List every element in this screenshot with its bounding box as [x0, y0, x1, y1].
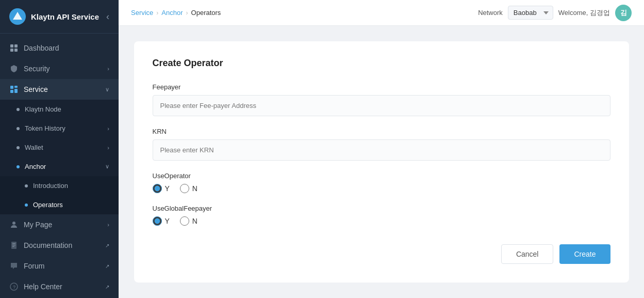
sidebar-item-service[interactable]: Service ∨: [0, 79, 119, 100]
sidebar-logo: Klaytn API Service ‹: [0, 0, 119, 34]
krn-input[interactable]: [153, 139, 610, 161]
grid-icon: [9, 43, 19, 53]
svg-rect-12: [12, 243, 15, 244]
welcome-text: Welcome, 김경업: [558, 8, 610, 18]
doc-icon: [9, 241, 19, 250]
svg-rect-3: [14, 44, 18, 48]
sidebar-item-anchor[interactable]: Anchor ∨: [0, 157, 119, 176]
wallet-dot-icon: [16, 146, 20, 149]
sidebar-collapse-button[interactable]: ‹: [106, 11, 109, 22]
use-global-feepayer-y-text: Y: [165, 217, 170, 225]
network-select[interactable]: Baobab Cypress: [508, 6, 553, 20]
my-page-chevron-icon: ›: [107, 222, 109, 228]
sidebar-item-documentation-label: Documentation: [24, 241, 72, 249]
sidebar-item-my-page[interactable]: My Page ›: [0, 214, 119, 235]
svg-rect-2: [10, 44, 13, 48]
sidebar-item-security-label: Security: [24, 65, 50, 73]
security-chevron-icon: ›: [107, 66, 109, 72]
shield-icon: [9, 64, 19, 73]
topbar-right: Network Baobab Cypress Welcome, 김경업 김: [478, 5, 632, 21]
breadcrumb-operators: Operators: [191, 9, 221, 17]
operators-dot-icon: [25, 203, 28, 207]
service-icon: [9, 85, 19, 94]
klaytn-logo-icon: [9, 8, 26, 25]
cancel-button[interactable]: Cancel: [501, 244, 554, 264]
use-global-feepayer-y-label[interactable]: Y: [153, 216, 170, 226]
main-area: Service › Anchor › Operators Network Bao…: [119, 0, 644, 298]
breadcrumb-service[interactable]: Service: [131, 9, 153, 17]
sidebar-item-introduction-label: Introduction: [33, 182, 68, 190]
breadcrumb-sep-2: ›: [186, 9, 188, 17]
sidebar-item-forum[interactable]: Forum ↗: [0, 256, 119, 276]
introduction-dot-icon: [25, 184, 28, 187]
use-operator-radio-group: Y N: [153, 184, 610, 193]
svg-rect-14: [12, 246, 14, 247]
form-actions: Cancel Create: [153, 244, 610, 264]
forum-external-icon: ↗: [105, 263, 109, 269]
create-button[interactable]: Create: [559, 244, 610, 264]
form-title: Create Operator: [153, 58, 610, 69]
anchor-chevron-icon: ∨: [105, 163, 109, 170]
sidebar-item-anchor-label: Anchor: [25, 163, 46, 170]
sidebar-item-token-history-label: Token History: [25, 124, 65, 132]
sidebar-item-security[interactable]: Security ›: [0, 58, 119, 79]
anchor-dot-icon: [16, 165, 20, 168]
sidebar-item-documentation[interactable]: Documentation ↗: [0, 235, 119, 256]
service-submenu: Klaytn Node Token History › Wallet › Anc…: [0, 100, 119, 214]
svg-rect-5: [14, 49, 18, 52]
avatar: 김: [615, 5, 632, 21]
breadcrumb-anchor[interactable]: Anchor: [161, 9, 183, 17]
documentation-external-icon: ↗: [105, 243, 109, 248]
sidebar-navigation: Dashboard Security › Service ∨ Klaytn No…: [0, 34, 119, 298]
breadcrumb: Service › Anchor › Operators: [131, 9, 221, 17]
sidebar-item-dashboard[interactable]: Dashboard: [0, 38, 119, 58]
breadcrumb-sep-1: ›: [156, 9, 158, 17]
use-global-feepayer-group: UseGlobalFeepayer Y N: [153, 205, 610, 226]
use-global-feepayer-n-radio[interactable]: [180, 216, 189, 226]
feepayer-input[interactable]: [153, 95, 610, 116]
create-operator-card: Create Operator Feepayer KRN UseOperator…: [134, 41, 629, 283]
svg-rect-13: [12, 245, 15, 245]
use-operator-y-radio[interactable]: [153, 184, 162, 193]
app-name: Klaytn API Service: [31, 12, 99, 21]
sidebar-item-wallet-label: Wallet: [25, 144, 43, 151]
use-global-feepayer-n-label[interactable]: N: [180, 216, 197, 226]
wallet-chevron-icon: ›: [107, 145, 109, 151]
sidebar-item-klaytn-node-label: Klaytn Node: [25, 105, 61, 113]
network-label: Network: [478, 9, 503, 17]
use-operator-y-label[interactable]: Y: [153, 184, 170, 193]
svg-rect-9: [14, 89, 18, 93]
svg-rect-8: [10, 90, 13, 93]
sidebar-item-help-center-label: Help Center: [24, 283, 62, 291]
sidebar-item-forum-label: Forum: [24, 262, 44, 270]
use-global-feepayer-y-radio[interactable]: [153, 216, 162, 226]
sidebar: Klaytn API Service ‹ Dashboard Security …: [0, 0, 119, 298]
svg-text:?: ?: [13, 285, 15, 290]
sidebar-item-klaytn-node[interactable]: Klaytn Node: [0, 100, 119, 119]
use-operator-n-radio[interactable]: [180, 184, 189, 193]
sidebar-item-token-history[interactable]: Token History ›: [0, 119, 119, 138]
sidebar-item-service-label: Service: [24, 85, 48, 93]
use-operator-n-label[interactable]: N: [180, 184, 197, 193]
sidebar-item-my-page-label: My Page: [24, 221, 52, 229]
use-operator-label: UseOperator: [153, 172, 610, 180]
feepayer-label: Feepayer: [153, 83, 610, 91]
token-history-chevron-icon: ›: [107, 126, 109, 132]
use-operator-y-text: Y: [165, 184, 170, 193]
svg-rect-6: [10, 86, 13, 89]
user-icon: [9, 220, 19, 229]
feepayer-group: Feepayer: [153, 83, 610, 116]
sidebar-item-operators-label: Operators: [33, 201, 63, 209]
use-global-feepayer-label: UseGlobalFeepayer: [153, 205, 610, 212]
sidebar-item-introduction[interactable]: Introduction: [0, 176, 119, 195]
sidebar-item-help-center[interactable]: ? Help Center ↗: [0, 276, 119, 297]
svg-rect-7: [14, 86, 18, 88]
main-content: Create Operator Feepayer KRN UseOperator…: [119, 26, 644, 298]
sidebar-item-wallet[interactable]: Wallet ›: [0, 138, 119, 157]
use-global-feepayer-n-text: N: [192, 217, 197, 225]
anchor-submenu: Introduction Operators: [0, 176, 119, 214]
svg-rect-4: [10, 49, 13, 52]
sidebar-item-operators[interactable]: Operators: [0, 195, 119, 214]
svg-point-10: [12, 222, 15, 225]
topbar: Service › Anchor › Operators Network Bao…: [119, 0, 644, 26]
